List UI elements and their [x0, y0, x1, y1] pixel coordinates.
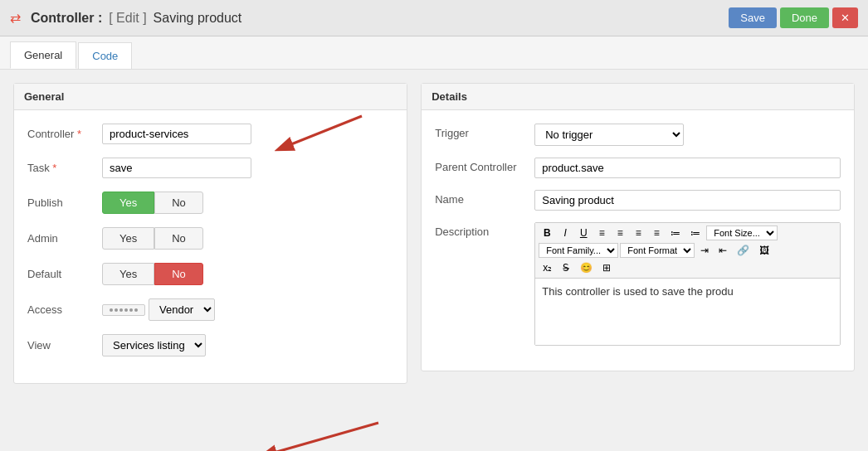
rte-table-button[interactable]: ⊞ [598, 260, 615, 275]
rte-fontformat-select[interactable]: Font Format [620, 243, 695, 258]
trigger-select[interactable]: No trigger [534, 124, 684, 146]
task-required-marker: * [52, 162, 56, 174]
publish-no-button[interactable]: No [154, 192, 203, 214]
trigger-label: Trigger [435, 124, 534, 139]
controller-row: Controller * [27, 124, 393, 144]
app-name: Controller : [31, 11, 102, 26]
main-content: General Controller * Task * [0, 70, 868, 451]
rte-align-right-button[interactable]: ≡ [630, 226, 646, 240]
access-row: Access Vendor [27, 298, 393, 321]
dot6 [134, 308, 138, 312]
default-toggle: Yes No [102, 263, 203, 285]
publish-toggle: Yes No [102, 192, 203, 214]
rte-italic-button[interactable]: I [557, 226, 573, 240]
general-panel-header: General [14, 84, 407, 110]
task-input[interactable] [102, 158, 251, 178]
access-group: Vendor [102, 298, 215, 321]
general-panel: General Controller * Task * [13, 83, 407, 384]
publish-yes-button[interactable]: Yes [102, 192, 154, 214]
default-row: Default Yes No [27, 263, 393, 285]
header-buttons: Save Done ✕ [729, 7, 858, 28]
save-button[interactable]: Save [729, 7, 777, 28]
header: ⇄ Controller : [ Edit ] Saving product S… [0, 0, 868, 36]
name-row: Name [435, 190, 841, 211]
controller-icon: ⇄ [10, 10, 21, 26]
header-title: ⇄ Controller : [ Edit ] Saving product [10, 10, 241, 26]
name-input[interactable] [534, 190, 841, 211]
trigger-row: Trigger No trigger [435, 124, 841, 146]
rte-bold-button[interactable]: B [539, 226, 555, 240]
details-panel-header: Details [422, 84, 854, 110]
rte-outdent-button[interactable]: ⇤ [714, 243, 731, 258]
publish-label: Publish [27, 196, 102, 209]
view-arrow [196, 415, 403, 451]
general-panel-wrapper: General Controller * Task * [13, 83, 407, 451]
rte-ol-button[interactable]: ≔ [666, 226, 685, 240]
general-panel-body: Controller * Task * Publish [14, 110, 407, 383]
tab-general[interactable]: General [10, 41, 76, 69]
done-button[interactable]: Done [780, 7, 829, 28]
task-row: Task * [27, 158, 393, 178]
parent-controller-row: Parent Controller [435, 158, 841, 178]
required-marker: * [77, 128, 81, 140]
rte-indent-button[interactable]: ⇥ [696, 243, 713, 258]
edit-bracket: [ Edit ] [109, 11, 146, 26]
dot4 [124, 308, 128, 312]
rte-toolbar-row2: Font Family... Font Format ⇥ ⇤ 🔗 🖼 [539, 243, 836, 258]
rte-container: B I U ≡ ≡ ≡ ≡ ≔ ≔ Font Size... [534, 222, 841, 346]
controller-label: Controller * [27, 128, 102, 140]
admin-row: Admin Yes No [27, 227, 393, 250]
rte-underline-button[interactable]: U [575, 226, 592, 240]
admin-no-button[interactable]: No [154, 227, 203, 250]
rte-fontsize-select[interactable]: Font Size... [706, 226, 778, 240]
dot1 [110, 308, 113, 312]
description-label: Description [435, 222, 534, 238]
page-title: Saving product [154, 11, 242, 26]
access-label: Access [27, 303, 102, 316]
view-label: View [27, 339, 102, 352]
tabs-bar: General Code [0, 36, 868, 70]
rte-align-left-button[interactable]: ≡ [593, 226, 610, 240]
rte-body[interactable]: This controller is used to save the prod… [535, 279, 840, 345]
rte-align-center-button[interactable]: ≡ [612, 226, 628, 240]
default-no-button[interactable]: No [154, 263, 203, 285]
rte-toolbar: B I U ≡ ≡ ≡ ≡ ≔ ≔ Font Size... [535, 223, 840, 279]
task-label: Task * [27, 162, 102, 174]
rte-ul-button[interactable]: ≔ [686, 226, 705, 240]
rte-align-justify-button[interactable]: ≡ [648, 226, 665, 240]
admin-label: Admin [27, 232, 102, 245]
dot2 [115, 308, 118, 312]
view-select[interactable]: Services listing [102, 334, 206, 356]
rte-link-button[interactable]: 🔗 [733, 243, 753, 258]
details-panel-body: Trigger No trigger Parent Controller Nam… [422, 110, 854, 371]
default-yes-button[interactable]: Yes [102, 263, 154, 285]
parent-controller-label: Parent Controller [435, 158, 534, 173]
publish-row: Publish Yes No [27, 192, 393, 214]
name-label: Name [435, 190, 534, 206]
rte-strikethrough-button[interactable]: S̶ [558, 260, 574, 275]
dot3 [119, 308, 123, 312]
rte-image-button[interactable]: 🖼 [755, 243, 773, 258]
tab-code[interactable]: Code [78, 42, 132, 69]
parent-controller-input[interactable] [534, 158, 841, 178]
access-dots [102, 304, 145, 316]
close-button[interactable]: ✕ [832, 7, 858, 28]
rte-emoji-button[interactable]: 😊 [576, 260, 597, 275]
admin-yes-button[interactable]: Yes [102, 227, 154, 250]
dot5 [129, 308, 133, 312]
rte-fontfamily-select[interactable]: Font Family... [539, 243, 618, 258]
details-panel-wrapper: Details Trigger No trigger Parent Contro… [421, 83, 855, 451]
description-row: Description B I U ≡ ≡ ≡ ≡ ≔ [435, 222, 841, 346]
default-label: Default [27, 268, 102, 280]
rte-toolbar-row1: B I U ≡ ≡ ≡ ≡ ≔ ≔ Font Size... [539, 226, 836, 240]
admin-toggle: Yes No [102, 227, 203, 250]
view-row: View Services listing [27, 334, 393, 356]
rte-subscript-button[interactable]: x₂ [539, 260, 556, 275]
details-panel: Details Trigger No trigger Parent Contro… [421, 83, 855, 371]
controller-input[interactable] [102, 124, 251, 144]
access-select[interactable]: Vendor [149, 298, 215, 321]
rte-toolbar-row3: x₂ S̶ 😊 ⊞ [539, 260, 836, 275]
